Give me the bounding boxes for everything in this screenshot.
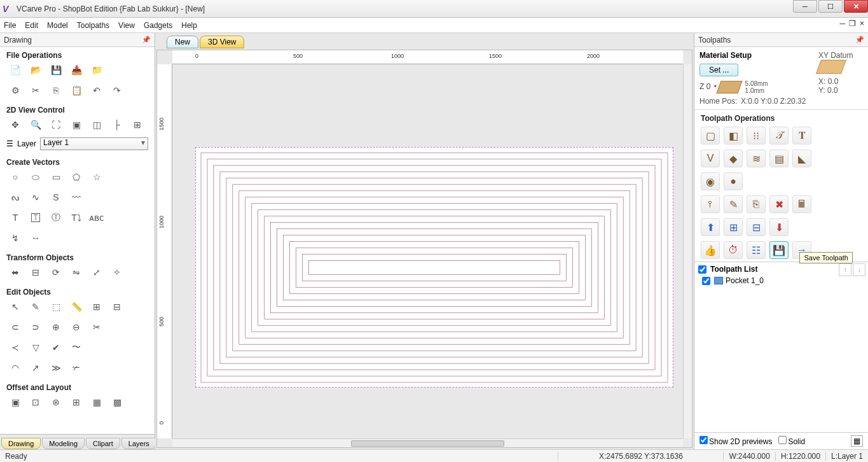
text-arc-icon[interactable]: Ⓣ [47, 210, 65, 225]
show-2d-previews[interactable]: Show 2D previews [699, 436, 772, 446]
solid-checkbox[interactable]: Solid [778, 436, 805, 446]
move-down-icon[interactable]: ↓ [853, 263, 865, 276]
toolpath-item[interactable]: Pocket 1_0 [698, 276, 864, 285]
zoom-icon[interactable]: 🔍 [27, 117, 45, 132]
moulding-icon[interactable]: ◉ [701, 172, 720, 190]
import-folder-icon[interactable]: 📁 [88, 62, 106, 78]
summary-icon[interactable]: ☷ [747, 241, 766, 259]
menu-toolpaths[interactable]: Toolpaths [77, 21, 109, 30]
tab-modeling[interactable]: Modeling [42, 438, 85, 449]
gadget-icon[interactable]: ⚙ [6, 83, 24, 98]
layer-select[interactable]: Layer 1 ▾ [40, 137, 148, 150]
tool-database-icon[interactable]: ⫯ [701, 195, 720, 213]
zoom-fit-icon[interactable]: ⛶ [47, 117, 65, 132]
polygon-icon[interactable]: ⬠ [67, 169, 85, 185]
move-icon[interactable]: ⬌ [6, 265, 24, 280]
minimize-button[interactable]: ─ [793, 0, 817, 13]
maximize-button[interactable]: ☐ [818, 0, 843, 13]
close-vector-icon[interactable]: ⊃ [27, 319, 45, 335]
save-toolpath-icon[interactable]: 💾 [769, 241, 789, 259]
set-button[interactable]: Set ... [699, 64, 738, 76]
design-area[interactable]: arrow markers approximated as small poly… [172, 64, 683, 438]
copy-toolpath-icon[interactable]: ⎘ [747, 195, 766, 213]
menu-gadgets[interactable]: Gadgets [144, 21, 172, 30]
ellipse-icon[interactable]: ⬭ [27, 169, 45, 185]
pin-icon[interactable]: 📌 [142, 36, 151, 44]
layout-icon[interactable]: ▩ [108, 395, 126, 410]
circle-icon[interactable]: ○ [6, 169, 24, 185]
mdi-close-icon[interactable]: × [860, 19, 864, 28]
rotate-icon[interactable]: ⟳ [47, 265, 65, 280]
open-file-icon[interactable]: 📂 [27, 62, 45, 78]
spiral-icon[interactable]: S [47, 190, 65, 205]
snap-icon[interactable]: ⊞ [128, 117, 146, 132]
mdi-restore-icon[interactable]: ❐ [849, 19, 856, 28]
time-estimate-icon[interactable]: ⏱ [724, 241, 743, 259]
circular-array-icon[interactable]: ⊛ [47, 395, 65, 410]
menu-file[interactable]: File [4, 21, 16, 30]
curve-icon[interactable]: ∿ [27, 190, 45, 205]
text-box-icon[interactable]: 🅃 [27, 210, 45, 225]
profile-toolpath-icon[interactable]: ▢ [701, 127, 720, 144]
tab-3d-view[interactable]: 3D View [200, 36, 244, 48]
weld-icon[interactable]: ⊕ [47, 319, 65, 335]
menu-model[interactable]: Model [47, 21, 68, 30]
undo-icon[interactable]: ↶ [88, 83, 106, 98]
pin-icon[interactable]: 📌 [855, 36, 864, 44]
node-edit-icon[interactable]: ✎ [27, 299, 45, 314]
fluting-icon[interactable]: V [701, 150, 720, 167]
distort-icon[interactable]: ✧ [108, 265, 126, 280]
zoom-selected-icon[interactable]: ◫ [88, 117, 106, 132]
prism-icon[interactable]: ◆ [724, 150, 743, 167]
redo-icon[interactable]: ↷ [108, 83, 126, 98]
trace-icon[interactable]: ↯ [6, 230, 24, 246]
rectangle-icon[interactable]: ▭ [47, 169, 65, 185]
scale-icon[interactable]: ⤢ [88, 265, 106, 280]
tile-toolpath-icon[interactable]: ⊟ [747, 218, 766, 236]
layers-icon[interactable]: ☰ [6, 139, 13, 148]
tab-drawing[interactable]: Drawing [1, 438, 41, 449]
template-icon[interactable]: ⬇ [769, 218, 789, 236]
curve-fit-icon[interactable]: 〜 [67, 340, 85, 355]
paste-icon[interactable]: 📋 [67, 83, 85, 98]
thumbs-up-icon[interactable]: 👍 [701, 241, 720, 259]
move-up-icon[interactable]: ↑ [839, 263, 851, 276]
close-button[interactable]: ✕ [844, 0, 868, 13]
fillet-icon[interactable]: ◠ [6, 360, 24, 375]
selection-tool-icon[interactable]: ⬚ [47, 299, 65, 314]
star-icon[interactable]: ☆ [88, 169, 106, 185]
mirror-icon[interactable]: ⇋ [67, 265, 85, 280]
menu-view[interactable]: View [118, 21, 135, 30]
tab-layers[interactable]: Layers [121, 438, 156, 449]
expand-list-icon[interactable]: ▦ [851, 435, 863, 447]
toolpath-item-checkbox[interactable] [702, 277, 710, 285]
cut-icon[interactable]: ✂ [27, 83, 45, 98]
trim-icon[interactable]: ✂ [88, 319, 106, 335]
array-copy-icon[interactable]: ⊡ [27, 395, 45, 410]
menu-help[interactable]: Help [181, 21, 197, 30]
plate-icon[interactable]: ▦ [88, 395, 106, 410]
new-file-icon[interactable]: 📄 [6, 62, 24, 78]
array-toolpath-icon[interactable]: ⊞ [724, 218, 743, 236]
canvas[interactable]: 0 500 1000 1500 2000 0 500 1000 1500 [156, 50, 692, 448]
scrollbar-vertical[interactable] [683, 64, 692, 438]
pan-icon[interactable]: ✥ [6, 117, 24, 132]
merge-toolpaths-icon[interactable]: ⬆ [701, 218, 720, 236]
edit-toolpath-icon[interactable]: ✎ [724, 195, 743, 213]
import-icon[interactable]: 📥 [67, 62, 85, 78]
group-icon[interactable]: ⊞ [88, 299, 106, 314]
scrollbar-horizontal[interactable] [172, 438, 683, 447]
recalculate-icon[interactable]: 🖩 [792, 195, 811, 213]
measure-icon[interactable]: 📏 [67, 299, 85, 314]
chevron-left-icon[interactable]: ≺ [6, 340, 24, 355]
inlay-icon[interactable]: ▤ [769, 150, 789, 167]
tab-new[interactable]: New [167, 36, 198, 48]
check-icon[interactable]: ✔ [47, 340, 65, 355]
select-icon[interactable]: ↖ [6, 299, 24, 314]
drilling-toolpath-icon[interactable]: ⁝⁝ [747, 127, 766, 144]
align-icon[interactable]: ⊟ [27, 265, 45, 280]
save-file-icon[interactable]: 💾 [47, 62, 65, 78]
delete-toolpath-icon[interactable]: ✖ [769, 195, 789, 213]
pocket-toolpath-icon[interactable]: ◧ [724, 127, 743, 144]
polyline-icon[interactable]: ᔓ [6, 190, 24, 205]
